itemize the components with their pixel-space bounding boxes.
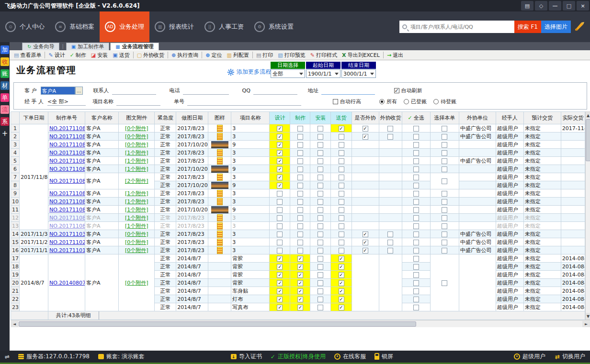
- select-all-check[interactable]: [402, 165, 430, 173]
- select-all-check[interactable]: [402, 295, 430, 303]
- toolbar-locate-button[interactable]: ⊕定位: [203, 51, 224, 60]
- install-check[interactable]: [310, 124, 331, 132]
- select-order-check-box-icon[interactable]: [442, 199, 447, 205]
- tab-2[interactable]: ▦业务流程管理: [110, 43, 159, 50]
- tab-0[interactable]: ↻业务向导: [22, 43, 59, 50]
- attachment[interactable]: [0个附件]: [120, 239, 153, 246]
- install-check-box-icon[interactable]: [318, 158, 323, 164]
- deliver-check[interactable]: [331, 214, 352, 222]
- toolbar-receive-box-button[interactable]: ▢外协收货: [135, 51, 167, 60]
- nav-item-4[interactable]: ||人事工资: [199, 11, 249, 42]
- horn-icon[interactable]: [575, 22, 585, 33]
- design-check-box-icon[interactable]: [277, 248, 283, 254]
- design-check-box-icon[interactable]: ✓: [277, 264, 283, 270]
- design-check[interactable]: ✓: [270, 254, 290, 263]
- toolbar-make-check-button[interactable]: ✓制作: [68, 51, 89, 60]
- design-check[interactable]: ✓: [270, 157, 290, 165]
- select-all-check[interactable]: [402, 181, 430, 189]
- deliver-check-box-icon[interactable]: ✓: [339, 288, 344, 294]
- design-check[interactable]: [270, 206, 290, 214]
- select-all-check-box-icon[interactable]: [413, 150, 419, 156]
- search-button[interactable]: 搜索 F1: [514, 21, 541, 33]
- col-header-10[interactable]: 制作: [290, 112, 310, 124]
- order-no[interactable]: NO.201711080008: [49, 158, 85, 164]
- deliver-check-box-icon[interactable]: [339, 142, 344, 148]
- outsource-check[interactable]: ✓: [352, 132, 379, 141]
- make-check-box-icon[interactable]: [297, 207, 303, 213]
- poster-thumbnail[interactable]: [217, 239, 223, 246]
- col-header-9[interactable]: 设计: [270, 112, 290, 124]
- contact-input[interactable]: [112, 87, 156, 95]
- install-check-box-icon[interactable]: [318, 240, 323, 245]
- deliver-check[interactable]: ✓: [331, 303, 352, 311]
- rail-tile-+[interactable]: +: [0, 129, 9, 138]
- design-check-box-icon[interactable]: ✓: [277, 150, 283, 156]
- design-check[interactable]: ✓: [270, 173, 290, 181]
- deliver-check-box-icon[interactable]: [339, 248, 344, 254]
- outsource-check-box-icon[interactable]: ✓: [363, 232, 368, 237]
- tab-1[interactable]: ▣加工制作单: [66, 43, 109, 50]
- select-all-check-box-icon[interactable]: [413, 158, 419, 164]
- outsource-check-box-icon[interactable]: ✓: [363, 248, 368, 254]
- design-check[interactable]: ✓: [270, 181, 290, 189]
- select-order-check[interactable]: [430, 189, 459, 198]
- photo-thumbnail[interactable]: [211, 141, 228, 148]
- order-no[interactable]: NO.201711080007: [49, 166, 85, 172]
- poster-thumbnail[interactable]: [217, 149, 223, 156]
- design-check[interactable]: [270, 238, 290, 246]
- rail-tile-收[interactable]: 收: [0, 57, 9, 66]
- order-no[interactable]: NO.201408070001: [49, 280, 85, 286]
- make-check[interactable]: [290, 132, 310, 141]
- make-check-box-icon[interactable]: ✓: [297, 297, 303, 302]
- design-check-box-icon[interactable]: ✓: [277, 256, 283, 262]
- order-no[interactable]: NO.201711080011: [49, 133, 85, 140]
- poster-thumbnail[interactable]: [217, 231, 223, 238]
- design-check-box-icon[interactable]: ✓: [277, 166, 283, 172]
- rail-tile-系[interactable]: 系: [0, 117, 9, 126]
- status-lock[interactable]: 锁屏: [374, 353, 393, 361]
- deliver-check-box-icon[interactable]: [339, 158, 344, 164]
- make-check-box-icon[interactable]: [297, 175, 303, 180]
- design-check-box-icon[interactable]: ✓: [277, 142, 283, 148]
- col-header-14[interactable]: 外协收货: [379, 112, 402, 124]
- install-check-box-icon[interactable]: [318, 256, 323, 262]
- status-sync-arrows[interactable]: ⇌: [5, 353, 10, 360]
- deliver-check[interactable]: ✓: [331, 124, 352, 132]
- make-check[interactable]: [290, 189, 310, 198]
- status-support-user[interactable]: 在线客服: [334, 353, 366, 361]
- install-check[interactable]: [310, 263, 331, 271]
- select-order-check-box-icon[interactable]: [442, 207, 447, 213]
- make-check-box-icon[interactable]: [297, 240, 303, 245]
- col-header-11[interactable]: 安装: [310, 112, 331, 124]
- select-all-check-box-icon[interactable]: [413, 288, 419, 294]
- phone-input[interactable]: [183, 87, 229, 95]
- install-check[interactable]: [310, 157, 331, 165]
- col-header-17[interactable]: 外协单位: [459, 112, 496, 124]
- select-order-check-box-icon[interactable]: [442, 134, 447, 140]
- radio-icon[interactable]: [433, 99, 439, 104]
- make-check[interactable]: ✓: [290, 295, 310, 303]
- status-account-book[interactable]: 账套: 演示账套: [98, 353, 145, 361]
- deliver-check-box-icon[interactable]: [339, 175, 344, 180]
- orderno-input[interactable]: [187, 98, 301, 106]
- order-no[interactable]: NO.201711080009: [49, 150, 85, 156]
- select-all-check-box-icon[interactable]: [413, 256, 419, 262]
- receive-check[interactable]: [379, 132, 402, 141]
- design-check[interactable]: ✓: [270, 132, 290, 141]
- deliver-check-box-icon[interactable]: [339, 150, 344, 156]
- make-check-box-icon[interactable]: [297, 223, 303, 229]
- install-check-box-icon[interactable]: [318, 183, 323, 188]
- select-all-check-box-icon[interactable]: [413, 183, 419, 188]
- order-no[interactable]: NO.201711080004: [49, 199, 85, 205]
- col-header-3[interactable]: 客户名称: [85, 112, 119, 124]
- make-check-box-icon[interactable]: [297, 183, 303, 188]
- outsource-check[interactable]: ✓: [352, 246, 379, 254]
- select-order-check-box-icon[interactable]: [442, 280, 447, 286]
- select-all-check[interactable]: [402, 173, 430, 181]
- poster-thumbnail[interactable]: [217, 214, 223, 221]
- make-check-box-icon[interactable]: [297, 142, 303, 148]
- deliver-check-box-icon[interactable]: [339, 215, 344, 221]
- design-check[interactable]: [270, 246, 290, 254]
- outsource-check[interactable]: ✓: [352, 124, 379, 132]
- select-all-check-box-icon[interactable]: [413, 126, 419, 132]
